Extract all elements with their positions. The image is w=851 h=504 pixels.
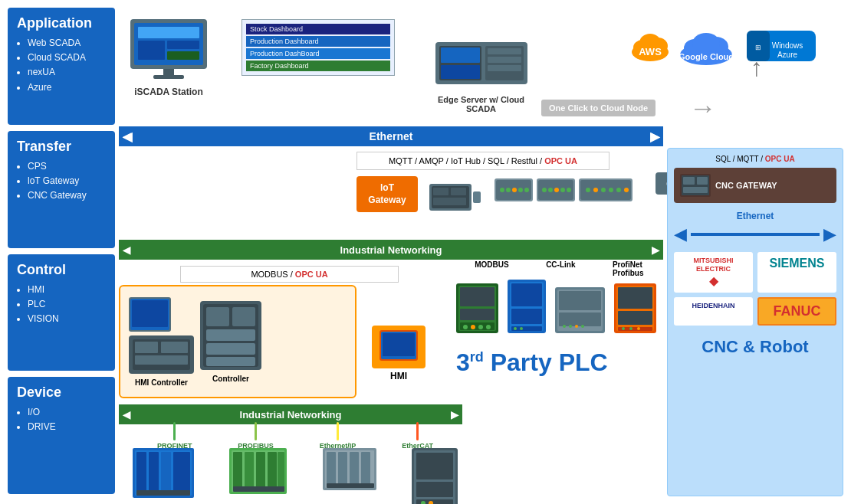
modbus-label: MODBUS / OPC UA xyxy=(180,266,399,283)
svg-rect-95 xyxy=(559,291,601,310)
svg-rect-130 xyxy=(361,452,370,485)
svg-rect-34 xyxy=(451,188,466,195)
ind-net-bot-arrow-right: ▶ xyxy=(451,409,458,421)
svg-rect-127 xyxy=(327,452,336,485)
svg-rect-26 xyxy=(441,65,480,79)
svg-point-100 xyxy=(581,325,584,328)
dashboard-row-3: Production DashBoard xyxy=(246,48,390,59)
proto-profinet: ProfiNetProfibus xyxy=(613,260,644,277)
svg-rect-35 xyxy=(433,198,466,205)
main-content: AWS Google Cloud ⊞ Windows Azure xyxy=(119,8,843,496)
svg-rect-112 xyxy=(149,452,159,494)
svg-point-99 xyxy=(575,325,578,328)
plc-device-1 xyxy=(456,283,498,336)
svg-point-97 xyxy=(563,325,566,328)
modbus-text: MODBUS / xyxy=(251,270,294,279)
cable-profinet: PROFINET xyxy=(157,422,192,450)
hmi-standalone: HMI xyxy=(372,326,426,381)
svg-point-39 xyxy=(500,188,504,192)
cnc-arrow-right: ▶ xyxy=(823,224,836,244)
opcua-highlight: OPC UA xyxy=(544,156,577,165)
svg-rect-143 xyxy=(683,187,708,193)
cable-ethernet-ip: Ethernet/IP xyxy=(320,422,356,450)
dashboard-row-1: Stock Dashboard xyxy=(246,24,390,34)
sidebar-control-title: Control xyxy=(17,262,106,278)
svg-text:⊞: ⊞ xyxy=(755,44,761,51)
heidenhain-label: HEIDENHAIN xyxy=(678,302,748,309)
svg-point-58 xyxy=(624,188,629,192)
svg-text:Azure: Azure xyxy=(777,51,797,59)
svg-rect-104 xyxy=(618,311,652,325)
svg-rect-80 xyxy=(460,309,495,320)
sidebar-device-title: Device xyxy=(17,385,106,401)
ethernet-arrow-left: ◀ xyxy=(123,130,131,142)
svg-point-42 xyxy=(518,188,523,192)
dashboard-stack: Stock Dashboard Production Dashboard Pro… xyxy=(242,19,395,76)
svg-rect-36 xyxy=(473,191,481,203)
list-item: DRIVE xyxy=(28,420,106,434)
cnc-logos: MITSUBISHIELECTRIC ◆ SIEMENS HEIDENHAIN … xyxy=(674,252,836,326)
switches-icon xyxy=(495,172,640,211)
cnc-gateway-icon xyxy=(680,174,711,197)
ind-net-bot-label: Industrial Networking xyxy=(240,409,342,421)
ethernet-bar: ◀ Ethernet ▶ xyxy=(119,126,663,146)
one-click-label: One Click to Cloud Node xyxy=(541,100,656,116)
svg-point-91 xyxy=(514,327,517,330)
mqtt-text: MQTT / AMQP / IoT Hub / SQL / Restful / xyxy=(389,156,544,165)
svg-point-107 xyxy=(629,327,632,330)
svg-rect-128 xyxy=(338,452,347,485)
ethernet-arrow-right: ▶ xyxy=(651,130,659,142)
list-item: nexUA xyxy=(28,65,106,80)
ind-net-label: Industrial Networking xyxy=(340,244,442,256)
svg-rect-20 xyxy=(167,51,199,60)
svg-point-53 xyxy=(586,188,590,192)
plc-device-4 xyxy=(614,283,656,336)
bottom-devices xyxy=(119,448,472,504)
svg-rect-70 xyxy=(232,307,255,326)
io-icon-3 xyxy=(323,448,376,490)
svg-rect-25 xyxy=(441,47,480,63)
list-item: Web SCADA xyxy=(28,36,106,51)
ind-net-bot-arrow-left: ◀ xyxy=(123,409,130,421)
sidebar-device: Device I/O DRIVE xyxy=(8,377,115,494)
opcua-modbus-highlight: OPC UA xyxy=(295,270,328,279)
svg-text:AWS: AWS xyxy=(639,46,662,57)
cnc-arrow-left: ◀ xyxy=(674,224,687,244)
list-item: PLC xyxy=(28,297,106,312)
industrial-networking-top: ◀ Industrial Networking ▶ xyxy=(119,240,663,260)
sidebar-device-list: I/O DRIVE xyxy=(17,405,106,434)
mitsubishi-icon: ◆ xyxy=(678,273,748,288)
iot-device-icon xyxy=(426,176,483,218)
hmi-label: HMI xyxy=(372,371,426,381)
sidebar-transfer-title: Transfer xyxy=(17,139,106,155)
sidebar-transfer-list: CPS loT Gateway CNC Gateway xyxy=(17,159,106,204)
svg-rect-103 xyxy=(618,287,652,309)
cnc-arrow-line xyxy=(691,233,820,236)
mqtt-box: MQTT / AMQP / IoT Hub / SQL / Restful / … xyxy=(356,152,610,170)
svg-rect-76 xyxy=(383,333,415,356)
svg-rect-124 xyxy=(233,486,284,492)
cnc-robot-section: CNC & Robot xyxy=(674,337,836,357)
dashboard-row-2: Production Dashboard xyxy=(246,36,390,47)
heidenhain-logo: HEIDENHAIN xyxy=(674,297,753,326)
edge-server-icon xyxy=(432,38,531,92)
list-item: I/O xyxy=(28,405,106,420)
io-module-2 xyxy=(229,448,287,497)
svg-point-83 xyxy=(471,325,475,329)
svg-point-40 xyxy=(506,188,511,192)
plc-icon-4 xyxy=(614,283,656,333)
google-cloud-shape: Google Cloud xyxy=(678,25,735,67)
svg-rect-116 xyxy=(136,490,190,496)
aws-cloud-shape: AWS xyxy=(630,28,670,62)
svg-point-84 xyxy=(478,325,483,329)
iot-gateway-device xyxy=(426,176,487,221)
fanuc-label: FANUC xyxy=(764,303,830,319)
fanuc-logo: FANUC xyxy=(757,297,836,326)
sidebar-application-list: Web SCADA Cloud SCADA nexUA Azure xyxy=(17,36,106,95)
iscada-station: iSCADA Station xyxy=(119,19,219,97)
sql-mqtt-label: SQL / MQTT / OPC UA xyxy=(674,155,836,163)
svg-rect-115 xyxy=(182,452,190,494)
list-item: Azure xyxy=(28,80,106,95)
io-module-1 xyxy=(133,448,194,501)
cnc-gateway-box: CNC GATEWAY xyxy=(674,168,836,203)
